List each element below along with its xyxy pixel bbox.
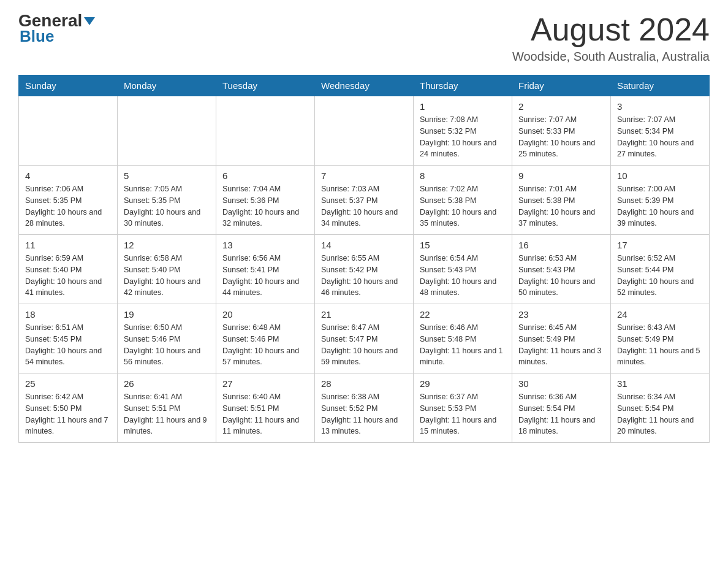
calendar-cell (315, 96, 414, 166)
day-info: Sunrise: 7:03 AMSunset: 5:37 PMDaylight:… (321, 183, 407, 229)
day-info: Sunrise: 6:45 AMSunset: 5:49 PMDaylight:… (518, 322, 604, 368)
day-info: Sunrise: 7:02 AMSunset: 5:38 PMDaylight:… (420, 183, 506, 229)
calendar-cell: 14Sunrise: 6:55 AMSunset: 5:42 PMDayligh… (315, 235, 414, 304)
day-info: Sunrise: 6:36 AMSunset: 5:54 PMDaylight:… (518, 391, 604, 437)
day-info: Sunrise: 6:48 AMSunset: 5:46 PMDaylight:… (222, 322, 308, 368)
calendar-cell: 20Sunrise: 6:48 AMSunset: 5:46 PMDayligh… (216, 304, 315, 373)
calendar-cell: 10Sunrise: 7:00 AMSunset: 5:39 PMDayligh… (611, 166, 710, 235)
calendar-cell: 11Sunrise: 6:59 AMSunset: 5:40 PMDayligh… (19, 235, 118, 304)
day-info: Sunrise: 7:07 AMSunset: 5:33 PMDaylight:… (518, 114, 604, 160)
calendar-cell: 21Sunrise: 6:47 AMSunset: 5:47 PMDayligh… (315, 304, 414, 373)
day-number: 8 (420, 170, 506, 181)
day-number: 25 (25, 378, 111, 389)
calendar-cell: 6Sunrise: 7:04 AMSunset: 5:36 PMDaylight… (216, 166, 315, 235)
day-info: Sunrise: 7:00 AMSunset: 5:39 PMDaylight:… (617, 183, 703, 229)
day-number: 15 (420, 240, 506, 250)
day-number: 4 (25, 170, 111, 181)
calendar-cell: 25Sunrise: 6:42 AMSunset: 5:50 PMDayligh… (19, 373, 118, 443)
day-info: Sunrise: 6:40 AMSunset: 5:51 PMDaylight:… (222, 391, 308, 437)
day-info: Sunrise: 7:01 AMSunset: 5:38 PMDaylight:… (518, 183, 604, 229)
calendar-cell: 30Sunrise: 6:36 AMSunset: 5:54 PMDayligh… (512, 373, 611, 443)
day-number: 23 (518, 309, 604, 320)
calendar-cell: 15Sunrise: 6:54 AMSunset: 5:43 PMDayligh… (414, 235, 512, 304)
calendar-cell (19, 96, 118, 166)
day-number: 17 (617, 240, 703, 250)
calendar-cell: 1Sunrise: 7:08 AMSunset: 5:32 PMDaylight… (414, 96, 512, 166)
day-info: Sunrise: 6:38 AMSunset: 5:52 PMDaylight:… (321, 391, 407, 437)
calendar-week-row: 11Sunrise: 6:59 AMSunset: 5:40 PMDayligh… (19, 235, 710, 304)
calendar-cell: 12Sunrise: 6:58 AMSunset: 5:40 PMDayligh… (118, 235, 216, 304)
day-number: 6 (222, 170, 308, 181)
day-number: 31 (617, 378, 703, 389)
day-info: Sunrise: 6:50 AMSunset: 5:46 PMDaylight:… (124, 322, 210, 368)
calendar-cell: 8Sunrise: 7:02 AMSunset: 5:38 PMDaylight… (414, 166, 512, 235)
day-info: Sunrise: 6:41 AMSunset: 5:51 PMDaylight:… (124, 391, 210, 437)
calendar-cell: 28Sunrise: 6:38 AMSunset: 5:52 PMDayligh… (315, 373, 414, 443)
day-number: 19 (124, 309, 210, 320)
calendar-cell: 18Sunrise: 6:51 AMSunset: 5:45 PMDayligh… (19, 304, 118, 373)
calendar-week-row: 18Sunrise: 6:51 AMSunset: 5:45 PMDayligh… (19, 304, 710, 373)
calendar-cell: 4Sunrise: 7:06 AMSunset: 5:35 PMDaylight… (19, 166, 118, 235)
day-info: Sunrise: 6:47 AMSunset: 5:47 PMDaylight:… (321, 322, 407, 368)
calendar-cell: 9Sunrise: 7:01 AMSunset: 5:38 PMDaylight… (512, 166, 611, 235)
day-number: 1 (420, 101, 506, 112)
day-info: Sunrise: 6:51 AMSunset: 5:45 PMDaylight:… (25, 322, 111, 368)
calendar-cell: 13Sunrise: 6:56 AMSunset: 5:41 PMDayligh… (216, 235, 315, 304)
day-info: Sunrise: 6:58 AMSunset: 5:40 PMDaylight:… (124, 253, 210, 299)
day-number: 18 (25, 309, 111, 320)
day-info: Sunrise: 6:46 AMSunset: 5:48 PMDaylight:… (420, 322, 506, 368)
day-info: Sunrise: 6:34 AMSunset: 5:54 PMDaylight:… (617, 391, 703, 437)
calendar-week-row: 1Sunrise: 7:08 AMSunset: 5:32 PMDaylight… (19, 96, 710, 166)
day-info: Sunrise: 6:37 AMSunset: 5:53 PMDaylight:… (420, 391, 506, 437)
calendar-cell: 27Sunrise: 6:40 AMSunset: 5:51 PMDayligh… (216, 373, 315, 443)
day-number: 30 (518, 378, 604, 389)
weekday-header-friday: Friday (512, 75, 611, 96)
weekday-header-thursday: Thursday (414, 75, 512, 96)
day-info: Sunrise: 6:55 AMSunset: 5:42 PMDaylight:… (321, 253, 407, 299)
calendar-cell: 22Sunrise: 6:46 AMSunset: 5:48 PMDayligh… (414, 304, 512, 373)
weekday-header-saturday: Saturday (611, 75, 710, 96)
day-number: 22 (420, 309, 506, 320)
day-info: Sunrise: 7:06 AMSunset: 5:35 PMDaylight:… (25, 183, 111, 229)
day-info: Sunrise: 6:54 AMSunset: 5:43 PMDaylight:… (420, 253, 506, 299)
calendar-cell: 3Sunrise: 7:07 AMSunset: 5:34 PMDaylight… (611, 96, 710, 166)
day-number: 28 (321, 378, 407, 389)
weekday-header-row: SundayMondayTuesdayWednesdayThursdayFrid… (19, 75, 710, 96)
calendar-week-row: 4Sunrise: 7:06 AMSunset: 5:35 PMDaylight… (19, 166, 710, 235)
day-number: 16 (518, 240, 604, 250)
calendar-cell (216, 96, 315, 166)
calendar-cell: 31Sunrise: 6:34 AMSunset: 5:54 PMDayligh… (611, 373, 710, 443)
day-info: Sunrise: 7:08 AMSunset: 5:32 PMDaylight:… (420, 114, 506, 160)
calendar-cell: 26Sunrise: 6:41 AMSunset: 5:51 PMDayligh… (118, 373, 216, 443)
calendar-cell: 2Sunrise: 7:07 AMSunset: 5:33 PMDaylight… (512, 96, 611, 166)
day-info: Sunrise: 6:42 AMSunset: 5:50 PMDaylight:… (25, 391, 111, 437)
day-number: 11 (25, 240, 111, 250)
day-number: 14 (321, 240, 407, 250)
day-info: Sunrise: 7:07 AMSunset: 5:34 PMDaylight:… (617, 114, 703, 160)
day-number: 2 (518, 101, 604, 112)
calendar-cell: 29Sunrise: 6:37 AMSunset: 5:53 PMDayligh… (414, 373, 512, 443)
day-number: 21 (321, 309, 407, 320)
location-subtitle: Woodside, South Australia, Australia (512, 50, 710, 64)
day-number: 24 (617, 309, 703, 320)
day-number: 27 (222, 378, 308, 389)
calendar-cell: 5Sunrise: 7:05 AMSunset: 5:35 PMDaylight… (118, 166, 216, 235)
day-info: Sunrise: 6:56 AMSunset: 5:41 PMDaylight:… (222, 253, 308, 299)
day-info: Sunrise: 7:04 AMSunset: 5:36 PMDaylight:… (222, 183, 308, 229)
day-number: 20 (222, 309, 308, 320)
day-number: 12 (124, 240, 210, 250)
weekday-header-sunday: Sunday (19, 75, 118, 96)
calendar-cell: 7Sunrise: 7:03 AMSunset: 5:37 PMDaylight… (315, 166, 414, 235)
calendar-cell: 16Sunrise: 6:53 AMSunset: 5:43 PMDayligh… (512, 235, 611, 304)
calendar-cell: 23Sunrise: 6:45 AMSunset: 5:49 PMDayligh… (512, 304, 611, 373)
weekday-header-monday: Monday (118, 75, 216, 96)
day-info: Sunrise: 6:52 AMSunset: 5:44 PMDaylight:… (617, 253, 703, 299)
calendar-cell: 17Sunrise: 6:52 AMSunset: 5:44 PMDayligh… (611, 235, 710, 304)
day-number: 26 (124, 378, 210, 389)
calendar-cell: 24Sunrise: 6:43 AMSunset: 5:49 PMDayligh… (611, 304, 710, 373)
weekday-header-wednesday: Wednesday (315, 75, 414, 96)
day-number: 10 (617, 170, 703, 181)
day-number: 13 (222, 240, 308, 250)
day-number: 9 (518, 170, 604, 181)
day-number: 5 (124, 170, 210, 181)
